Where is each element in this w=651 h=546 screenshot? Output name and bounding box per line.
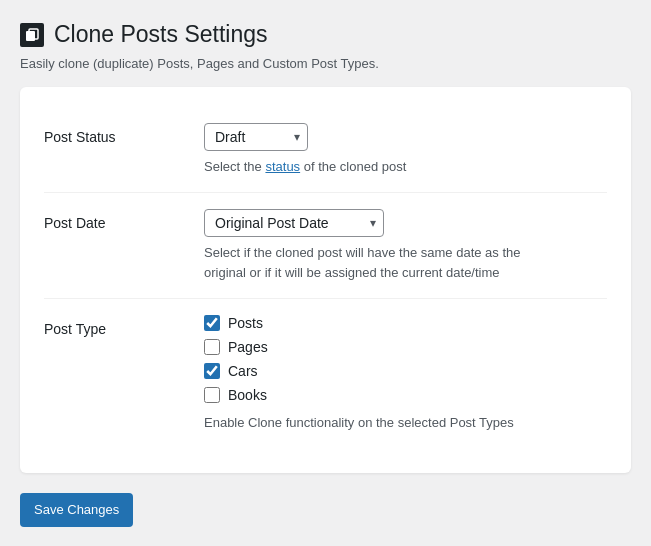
save-changes-button[interactable]: Save Changes [20,493,133,527]
checkbox-posts-label: Posts [228,315,263,331]
post-date-label: Post Date [44,209,204,231]
post-type-help: Enable Clone functionality on the select… [204,413,544,433]
page-header: Clone Posts Settings [20,20,631,50]
post-date-control: Original Post Date Current Date/Time ▾ S… [204,209,607,282]
checkbox-cars[interactable]: Cars [204,363,607,379]
post-status-control: Draft Published Pending Private ▾ Select… [204,123,607,177]
post-date-select[interactable]: Original Post Date Current Date/Time [204,209,384,237]
post-type-row: Post Type Posts Pages Cars Books [44,299,607,449]
checkbox-books[interactable]: Books [204,387,607,403]
post-type-control: Posts Pages Cars Books Enable Clone func… [204,315,607,433]
checkbox-pages-input[interactable] [204,339,220,355]
post-status-help: Select the status of the cloned post [204,157,544,177]
clone-posts-icon [20,23,44,47]
post-type-checkboxes: Posts Pages Cars Books [204,315,607,403]
post-date-row: Post Date Original Post Date Current Dat… [44,193,607,299]
post-status-select[interactable]: Draft Published Pending Private [204,123,308,151]
post-status-row: Post Status Draft Published Pending Priv… [44,107,607,194]
settings-card: Post Status Draft Published Pending Priv… [20,87,631,473]
status-link[interactable]: status [265,159,300,174]
page-title: Clone Posts Settings [54,20,268,50]
post-status-label: Post Status [44,123,204,145]
checkbox-pages[interactable]: Pages [204,339,607,355]
checkbox-posts[interactable]: Posts [204,315,607,331]
checkbox-posts-input[interactable] [204,315,220,331]
checkbox-books-label: Books [228,387,267,403]
page-subtitle: Easily clone (duplicate) Posts, Pages an… [20,56,631,71]
checkbox-cars-label: Cars [228,363,258,379]
post-type-label: Post Type [44,315,204,337]
post-date-help: Select if the cloned post will have the … [204,243,544,282]
checkbox-pages-label: Pages [228,339,268,355]
checkbox-books-input[interactable] [204,387,220,403]
checkbox-cars-input[interactable] [204,363,220,379]
